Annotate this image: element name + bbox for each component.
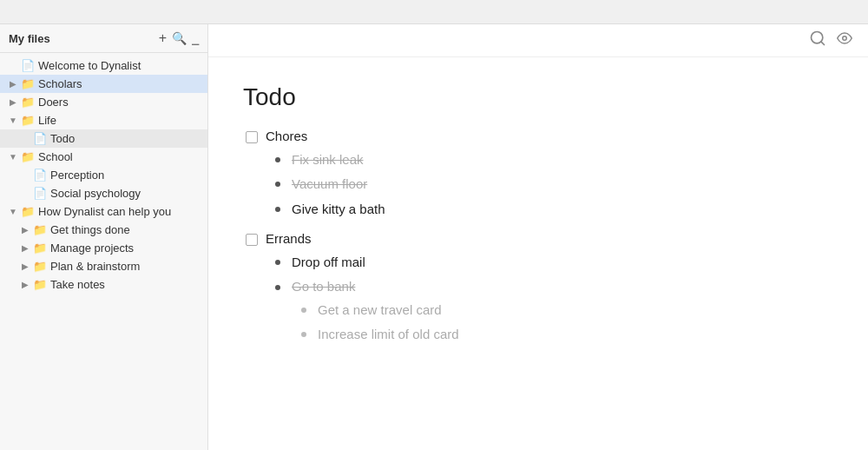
sidebar-item-take-notes[interactable]: 📁 Take notes	[0, 275, 207, 294]
sidebar-item-manage-projects[interactable]: 📁 Manage projects	[0, 239, 207, 257]
sidebar-label-school: School	[38, 150, 73, 163]
sidebar-label-how-dynalist: How Dynalist can help you	[38, 205, 171, 218]
file-icon-perception: 📄	[33, 169, 47, 182]
sidebar-label-life: Life	[38, 114, 56, 127]
bullet-fix-sink	[269, 151, 286, 169]
toggle-school[interactable]	[7, 151, 19, 163]
sidebar-item-welcome[interactable]: 📄 Welcome to Dynalist	[0, 56, 207, 75]
list-item-vacuum: Vacuum floor	[269, 175, 833, 195]
errands-items: Drop off mail Go to bank Get a new trave…	[243, 253, 833, 350]
toggle-how-dynalist[interactable]	[7, 206, 19, 218]
main-content: Todo Chores Fix sink leak	[208, 24, 868, 450]
toggle-take-notes[interactable]	[19, 279, 31, 291]
toggle-scholars[interactable]	[7, 78, 19, 90]
sidebar-item-how-dynalist[interactable]: 📁 How Dynalist can help you	[0, 202, 207, 221]
chores-bullet	[243, 129, 260, 146]
sidebar-label-perception: Perception	[50, 169, 104, 182]
chores-items: Fix sink leak Vacuum floor Give kitty a …	[243, 150, 833, 220]
section-errands-header: Errands	[243, 229, 833, 249]
folder-icon-get-things-done: 📁	[33, 223, 47, 236]
outline-list: Chores Fix sink leak Vacuum floor	[243, 127, 833, 350]
folder-icon-take-notes: 📁	[33, 278, 47, 291]
doc-title: Todo	[243, 83, 833, 111]
sidebar-header: My files + 🔍 ⎯	[0, 24, 207, 53]
doc-area: Todo Chores Fix sink leak	[208, 57, 868, 450]
folder-icon-scholars: 📁	[21, 77, 35, 90]
file-icon-welcome: 📄	[21, 59, 35, 72]
go-to-bank-subitems: Get a new travel card Increase limit of …	[269, 301, 459, 350]
sidebar-label-take-notes: Take notes	[50, 278, 105, 291]
sidebar-label-doers: Doers	[38, 96, 69, 109]
increase-limit-text: Increase limit of old card	[318, 325, 459, 345]
section-errands: Errands Drop off mail Go to bank	[243, 229, 833, 350]
kitty-bath-text: Give kitty a bath	[292, 200, 385, 220]
sidebar-item-get-things-done[interactable]: 📁 Get things done	[0, 221, 207, 239]
go-to-bank-text: Go to bank	[292, 277, 355, 297]
sidebar-title: My files	[9, 32, 50, 45]
list-item-fix-sink: Fix sink leak	[269, 150, 833, 170]
file-icon-social-psychology: 📄	[33, 187, 47, 200]
collapse-icon[interactable]: ⎯	[192, 32, 199, 44]
folder-icon-how-dynalist: 📁	[21, 205, 35, 218]
chores-checkbox[interactable]	[246, 131, 258, 143]
bullet-drop-off-mail	[269, 254, 286, 271]
fix-sink-text: Fix sink leak	[292, 150, 364, 170]
toolbar-eye-icon[interactable]	[835, 30, 854, 50]
toggle-life[interactable]	[7, 115, 19, 127]
toggle-plan-brainstorm[interactable]	[19, 261, 31, 273]
drop-off-mail-text: Drop off mail	[292, 253, 365, 273]
sidebar-item-social-psychology[interactable]: 📄 Social psychology	[0, 184, 207, 202]
toggle-manage-projects[interactable]	[19, 242, 31, 255]
sidebar-label-welcome: Welcome to Dynalist	[38, 59, 141, 72]
sidebar-item-plan-brainstorm[interactable]: 📁 Plan & brainstorm	[0, 257, 207, 275]
sidebar-item-life[interactable]: 📁 Life	[0, 111, 207, 129]
chores-label: Chores	[266, 127, 307, 147]
folder-icon-plan-brainstorm: 📁	[33, 260, 47, 273]
top-bar	[0, 0, 868, 24]
sidebar-item-perception[interactable]: 📄 Perception	[0, 166, 207, 184]
list-item-increase-limit: Increase limit of old card	[295, 325, 459, 345]
sidebar-label-scholars: Scholars	[38, 77, 82, 90]
errands-label: Errands	[266, 229, 312, 249]
svg-point-2	[843, 36, 847, 41]
bullet-travel-card	[295, 301, 312, 319]
travel-card-text: Get a new travel card	[318, 301, 442, 321]
sidebar-tree: 📄 Welcome to Dynalist 📁 Scholars 📁 Doers…	[0, 53, 207, 450]
bullet-kitty-bath	[269, 201, 286, 218]
search-icon[interactable]: 🔍	[172, 32, 187, 44]
bullet-increase-limit	[295, 326, 312, 343]
main-toolbar	[208, 24, 868, 57]
sidebar-label-todo: Todo	[50, 132, 75, 145]
sidebar-item-scholars[interactable]: 📁 Scholars	[0, 75, 207, 93]
list-item-travel-card: Get a new travel card	[295, 301, 459, 321]
sidebar-label-social-psychology: Social psychology	[50, 187, 141, 200]
app-body: My files + 🔍 ⎯ 📄 Welcome to Dynalist 📁 S…	[0, 24, 868, 450]
folder-icon-life: 📁	[21, 114, 35, 127]
sidebar-label-plan-brainstorm: Plan & brainstorm	[50, 260, 140, 273]
file-icon-todo: 📄	[33, 132, 47, 145]
svg-line-1	[821, 42, 825, 45]
errands-checkbox[interactable]	[246, 234, 258, 246]
folder-icon-school: 📁	[21, 150, 35, 163]
sidebar-item-school[interactable]: 📁 School	[0, 148, 207, 166]
list-item-go-to-bank: Go to bank Get a new travel card Increas…	[269, 277, 833, 350]
section-chores-header: Chores	[243, 127, 833, 147]
toggle-doers[interactable]	[7, 96, 19, 109]
sidebar: My files + 🔍 ⎯ 📄 Welcome to Dynalist 📁 S…	[0, 24, 208, 450]
sidebar-label-get-things-done: Get things done	[50, 223, 130, 236]
sidebar-header-actions: + 🔍 ⎯	[159, 31, 199, 45]
toggle-get-things-done[interactable]	[19, 224, 31, 236]
bullet-vacuum	[269, 175, 286, 193]
go-to-bank-row: Go to bank	[269, 277, 355, 297]
vacuum-text: Vacuum floor	[292, 175, 367, 195]
sidebar-label-manage-projects: Manage projects	[50, 242, 134, 255]
section-chores: Chores Fix sink leak Vacuum floor	[243, 127, 833, 219]
errands-bullet	[243, 231, 260, 248]
add-icon[interactable]: +	[159, 31, 167, 45]
toolbar-search-icon[interactable]	[809, 30, 826, 51]
sidebar-item-todo[interactable]: 📄 Todo	[0, 129, 207, 148]
bullet-go-to-bank	[269, 279, 286, 296]
sidebar-item-doers[interactable]: 📁 Doers	[0, 93, 207, 111]
folder-icon-manage-projects: 📁	[33, 242, 47, 255]
list-item-kitty-bath: Give kitty a bath	[269, 200, 833, 220]
